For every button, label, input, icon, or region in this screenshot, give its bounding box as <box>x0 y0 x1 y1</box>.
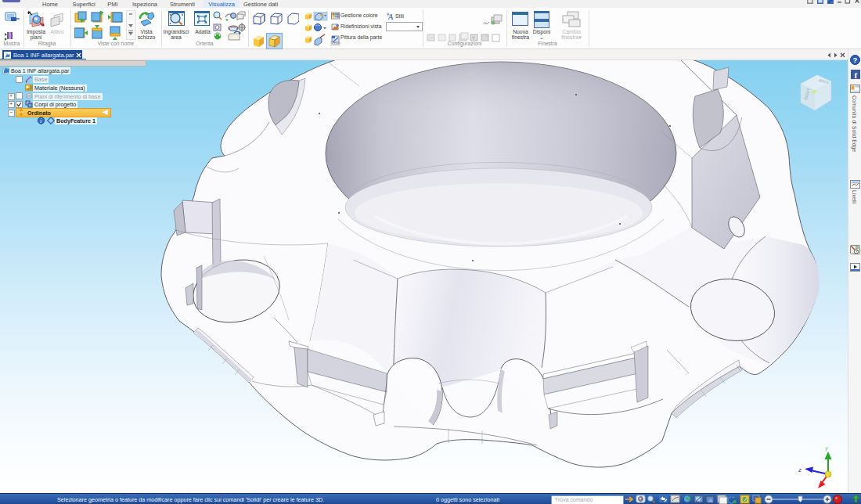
svg-text:i: i <box>40 117 41 124</box>
svg-text:?: ? <box>852 56 857 64</box>
svg-text:y: y <box>824 445 829 452</box>
svg-text:z: z <box>798 466 802 473</box>
svg-text:f: f <box>854 70 857 80</box>
